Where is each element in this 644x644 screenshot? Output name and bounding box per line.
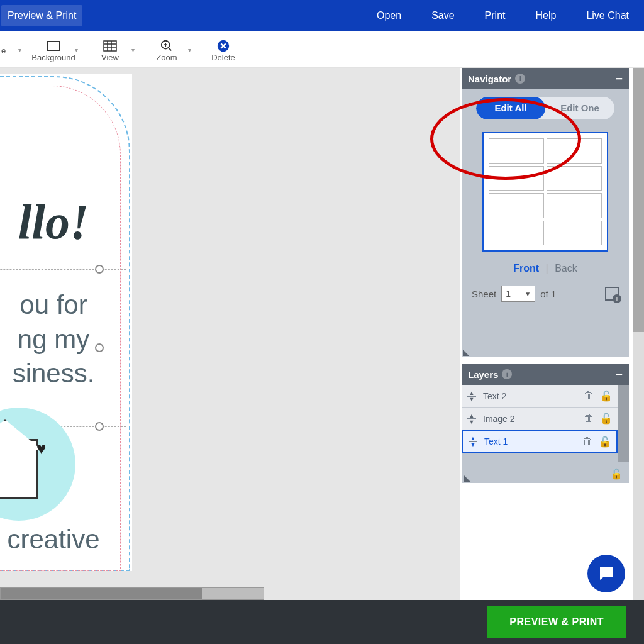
unlock-icon[interactable]: 🔓 <box>600 413 613 425</box>
preview-and-print-button[interactable]: PREVIEW & PRINT <box>487 606 626 638</box>
resize-handle-icon[interactable] <box>464 475 470 482</box>
right-panels: Navigator i − Edit All Edit One Front | <box>460 68 644 600</box>
chevron-down-icon: ▼ <box>525 291 531 297</box>
layer-name: Text 1 <box>484 436 508 447</box>
add-sheet-button[interactable]: + <box>605 287 619 301</box>
menu-live-chat[interactable]: Live Chat <box>571 1 644 30</box>
front-side-button[interactable]: Front <box>513 263 539 274</box>
layers-panel: Layers i − ▲▼ Text 2 🗑🔓 ▲▼ Image 2 🗑🔓 ▲▼… <box>462 364 629 483</box>
panel-vertical-scrollbar[interactable] <box>633 68 644 600</box>
selection-handle[interactable] <box>95 422 104 431</box>
navigator-title: Navigator <box>468 74 511 84</box>
reorder-icon[interactable]: ▲▼ <box>467 414 477 424</box>
delete-x-icon <box>216 39 231 53</box>
layer-row[interactable]: ▲▼ Text 2 🗑🔓 <box>462 385 618 408</box>
layer-row-selected[interactable]: ▲▼ Text 1 🗑🔓 <box>462 430 618 453</box>
layer-name: Text 2 <box>483 391 506 401</box>
collapse-panel-button[interactable]: − <box>615 72 623 86</box>
tool-edge-label: e <box>1 46 6 55</box>
mini-tag <box>489 138 544 164</box>
edit-one-option[interactable]: Edit One <box>545 97 614 119</box>
canvas-horizontal-scrollbar[interactable] <box>0 587 264 600</box>
tool-zoom-label: Zoom <box>156 53 177 62</box>
navigator-panel: Navigator i − Edit All Edit One Front | <box>462 68 629 357</box>
selection-handle[interactable] <box>95 265 104 274</box>
hello-heading[interactable]: llo! <box>0 194 132 250</box>
rectangle-icon <box>46 39 61 53</box>
tool-edge-partial[interactable]: e ▾ <box>0 31 25 67</box>
mini-tag <box>489 221 544 246</box>
layers-header: Layers i − <box>462 364 629 385</box>
sheet-thumbnail[interactable] <box>482 132 608 252</box>
scrollbar-thumb[interactable] <box>618 385 629 462</box>
layer-row[interactable]: ▲▼ Image 2 🗑🔓 <box>462 408 618 430</box>
front-back-switch: Front | Back <box>469 263 621 274</box>
unlock-icon[interactable]: 🔓 <box>599 436 611 448</box>
tool-delete[interactable]: Delete <box>195 31 252 67</box>
thank-you-text[interactable]: ou for ng my siness. <box>0 288 132 391</box>
chat-fab-button[interactable] <box>587 555 625 592</box>
tool-view-label: View <box>101 53 119 62</box>
edit-all-option[interactable]: Edit All <box>476 97 545 119</box>
creative-text[interactable]: creative <box>0 525 132 555</box>
scrollbar-thumb[interactable] <box>633 68 644 332</box>
chevron-down-icon: ▾ <box>75 46 78 53</box>
sheet-select[interactable]: 1 ▼ <box>501 286 535 302</box>
chevron-down-icon: ▾ <box>131 46 135 53</box>
collapse-panel-button[interactable]: − <box>615 367 623 382</box>
design-canvas[interactable]: llo! ou for ng my siness. ♥ creative <box>0 68 460 600</box>
top-menu-bar: Preview & Print Open Save Print Help Liv… <box>0 0 644 31</box>
preview-and-print-top-button[interactable]: Preview & Print <box>1 5 82 26</box>
layer-name: Image 2 <box>483 414 515 424</box>
chevron-down-icon: ▾ <box>18 46 21 53</box>
reorder-icon[interactable]: ▲▼ <box>468 436 478 447</box>
tool-background[interactable]: Background ▾ <box>25 31 82 67</box>
back-side-button[interactable]: Back <box>555 263 577 274</box>
layers-title: Layers <box>468 369 498 380</box>
svg-rect-0 <box>47 42 60 50</box>
trash-icon[interactable]: 🗑 <box>584 390 594 402</box>
trash-icon[interactable]: 🗑 <box>584 413 594 425</box>
layers-footer: 🔓 <box>462 464 629 483</box>
tool-background-label: Background <box>31 53 75 62</box>
chat-bubble-icon <box>597 564 616 583</box>
unlock-icon[interactable]: 🔓 <box>610 468 623 480</box>
menu-print[interactable]: Print <box>470 1 521 30</box>
sheet-label: Sheet <box>472 289 496 299</box>
mini-tag <box>489 193 544 218</box>
mini-tag <box>547 221 602 246</box>
menu-save[interactable]: Save <box>416 1 469 30</box>
tag-artboard[interactable]: llo! ou for ng my siness. ♥ creative <box>0 74 132 571</box>
navigator-header: Navigator i − <box>462 68 629 89</box>
reorder-icon[interactable]: ▲▼ <box>467 391 477 401</box>
mini-tag <box>547 166 602 191</box>
tool-zoom[interactable]: Zoom ▾ <box>138 31 195 67</box>
magnifier-plus-icon <box>159 39 174 53</box>
sheet-of-label: of 1 <box>540 289 556 299</box>
bottom-bar: PREVIEW & PRINT <box>0 600 644 644</box>
menu-open[interactable]: Open <box>362 1 416 30</box>
info-icon[interactable]: i <box>515 74 525 84</box>
heart-icon: ♥ <box>36 439 46 458</box>
resize-handle-icon[interactable] <box>463 350 469 356</box>
scrollbar-thumb[interactable] <box>1 588 202 599</box>
chevron-down-icon: ▾ <box>188 46 191 53</box>
tool-delete-label: Delete <box>211 53 235 62</box>
tool-view[interactable]: View ▾ <box>82 31 138 67</box>
menu-help[interactable]: Help <box>521 1 572 30</box>
layers-scrollbar[interactable] <box>618 385 629 462</box>
mini-tag <box>547 193 602 218</box>
grid-icon <box>103 39 118 53</box>
trash-icon[interactable]: 🗑 <box>582 436 592 448</box>
selection-top-edge <box>0 269 126 270</box>
mini-tag <box>489 166 544 191</box>
edit-mode-toggle[interactable]: Edit All Edit One <box>476 97 614 119</box>
unlock-icon[interactable]: 🔓 <box>600 390 613 402</box>
info-icon[interactable]: i <box>502 369 512 379</box>
envelope-icon <box>0 439 38 499</box>
secondary-toolbar: e ▾ Background ▾ View ▾ Zoom ▾ Delete <box>0 31 644 68</box>
mini-tag <box>547 138 602 164</box>
